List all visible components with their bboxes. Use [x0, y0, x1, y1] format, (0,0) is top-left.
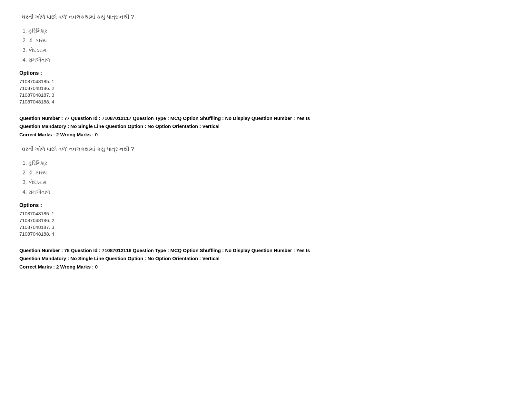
list-item: 71087048188. 4 — [19, 231, 513, 237]
options-label-77: Options : — [19, 202, 513, 208]
meta-line2-78: Question Mandatory : No Single Line Ques… — [19, 254, 513, 263]
list-item: 71087048185. 1 — [19, 79, 513, 84]
question-meta-78: Question Number : 78 Question Id : 71087… — [19, 246, 513, 271]
list-item: 4. રામઐતાળ — [23, 56, 513, 64]
option-ids-top: 71087048185. 1 71087048186. 2 7108704818… — [19, 79, 513, 104]
list-item: 71087048188. 4 — [19, 99, 513, 104]
question-block-77: Question Number : 77 Question Id : 71087… — [19, 114, 513, 237]
options-label-top: Options : — [19, 70, 513, 76]
list-item: 4. રામઐતાળ — [23, 188, 513, 196]
list-item: 71087048185. 1 — [19, 211, 513, 216]
meta-line1-78: Question Number : 78 Question Id : 71087… — [19, 246, 513, 255]
list-item: 2. ડૉ. કારંથ — [23, 169, 513, 177]
question-block-78: Question Number : 78 Question Id : 71087… — [19, 246, 513, 271]
question-text-top: ' ઘરતી ખોળે પાછો વળે' નવલકથામાં કયું પાત… — [19, 13, 513, 21]
question-text-77: ' ઘરતી ખોળે પાછો વળે' નવલકથામાં કયું પાત… — [19, 145, 513, 153]
meta-line3-77: Correct Marks : 2 Wrong Marks : 0 — [19, 131, 513, 139]
list-item: 71087048187. 3 — [19, 224, 513, 230]
question-block-top: ' ઘરતી ખોળે પાછો વળે' નવલકથામાં કયું પાત… — [19, 13, 513, 104]
page-content: ' ઘરતી ખોળે પાછો વળે' નવલકથામાં કયું પાત… — [19, 13, 513, 271]
list-item: 1. હરિમિશ્ર — [23, 27, 513, 35]
meta-line1-77: Question Number : 77 Question Id : 71087… — [19, 114, 513, 122]
list-item: 3. કોદંડરામ — [23, 179, 513, 186]
option-ids-77: 71087048185. 1 71087048186. 2 7108704818… — [19, 211, 513, 237]
list-item: 2. ડૉ. કારંથ — [23, 37, 513, 44]
answer-options-top: 1. હરિમિશ્ર 2. ડૉ. કારંથ 3. કોદંડરામ 4. … — [23, 27, 513, 64]
list-item: 71087048186. 2 — [19, 85, 513, 91]
meta-line2-77: Question Mandatory : No Single Line Ques… — [19, 122, 513, 131]
question-meta-77: Question Number : 77 Question Id : 71087… — [19, 114, 513, 139]
answer-options-77: 1. હરિમિશ્ર 2. ડૉ. કારંથ 3. કોદંડરામ 4. … — [23, 159, 513, 196]
list-item: 1. હરિમિશ્ર — [23, 159, 513, 167]
list-item: 3. કોદંડરામ — [23, 46, 513, 54]
list-item: 71087048187. 3 — [19, 92, 513, 98]
list-item: 71087048186. 2 — [19, 218, 513, 223]
meta-line3-78: Correct Marks : 2 Wrong Marks : 0 — [19, 263, 513, 271]
